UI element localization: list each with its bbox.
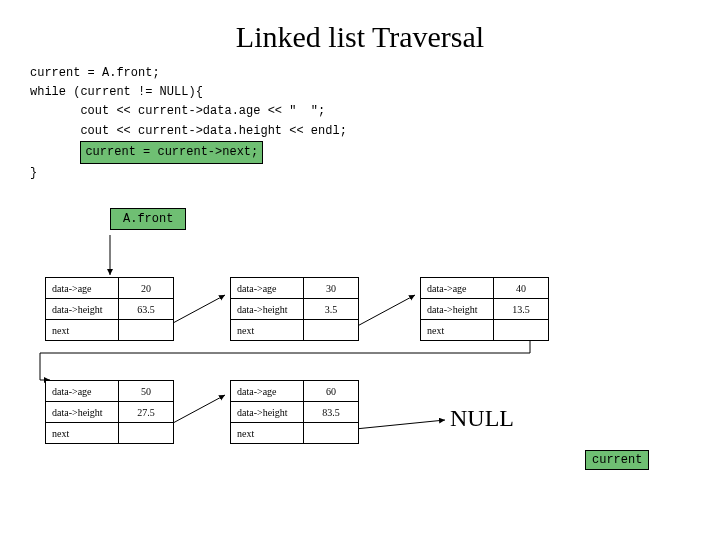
svg-line-2 [350, 295, 415, 330]
node-next-cell [494, 320, 549, 341]
linked-list-diagram: data->age20 data->height63.5 next data->… [30, 235, 690, 505]
node-field-age: data->age [46, 381, 119, 402]
node-next-cell [119, 423, 174, 444]
node-field-height: data->height [46, 299, 119, 320]
node-field-age: data->age [231, 278, 304, 299]
code-line-2: while (current != NULL){ [30, 83, 690, 102]
node-value-height: 27.5 [119, 402, 174, 423]
node-value-age: 30 [304, 278, 359, 299]
front-pointer-box: A.front [110, 208, 186, 230]
code-block: current = A.front; while (current != NUL… [30, 64, 690, 183]
node-field-age: data->age [231, 381, 304, 402]
node-field-next: next [46, 320, 119, 341]
node-value-height: 83.5 [304, 402, 359, 423]
node-field-next: next [46, 423, 119, 444]
node-1: data->age20 data->height63.5 next [45, 277, 174, 341]
slide-title: Linked list Traversal [30, 20, 690, 54]
node-next-cell [119, 320, 174, 341]
node-field-height: data->height [421, 299, 494, 320]
node-value-height: 13.5 [494, 299, 549, 320]
node-3: data->age40 data->height13.5 next [420, 277, 549, 341]
node-field-next: next [231, 423, 304, 444]
code-line-6: } [30, 164, 690, 183]
node-value-height: 3.5 [304, 299, 359, 320]
code-line-4: cout << current->data.height << endl; [30, 122, 690, 141]
code-line-3: cout << current->data.age << " "; [30, 102, 690, 121]
node-field-age: data->age [46, 278, 119, 299]
code-line-1: current = A.front; [30, 64, 690, 83]
node-4: data->age50 data->height27.5 next [45, 380, 174, 444]
node-field-next: next [231, 320, 304, 341]
node-field-height: data->height [46, 402, 119, 423]
svg-line-4 [345, 420, 445, 430]
node-value-age: 50 [119, 381, 174, 402]
code-line-5: current = current->next; [30, 141, 690, 164]
null-label: NULL [450, 405, 514, 432]
node-next-cell [304, 320, 359, 341]
node-value-height: 63.5 [119, 299, 174, 320]
node-value-age: 40 [494, 278, 549, 299]
current-pointer-box: current [585, 450, 649, 470]
node-next-cell [304, 423, 359, 444]
node-field-next: next [421, 320, 494, 341]
node-2: data->age30 data->height3.5 next [230, 277, 359, 341]
code-highlight: current = current->next; [80, 141, 263, 164]
node-field-height: data->height [231, 299, 304, 320]
node-value-age: 60 [304, 381, 359, 402]
node-value-age: 20 [119, 278, 174, 299]
node-field-age: data->age [421, 278, 494, 299]
node-5: data->age60 data->height83.5 next [230, 380, 359, 444]
node-field-height: data->height [231, 402, 304, 423]
